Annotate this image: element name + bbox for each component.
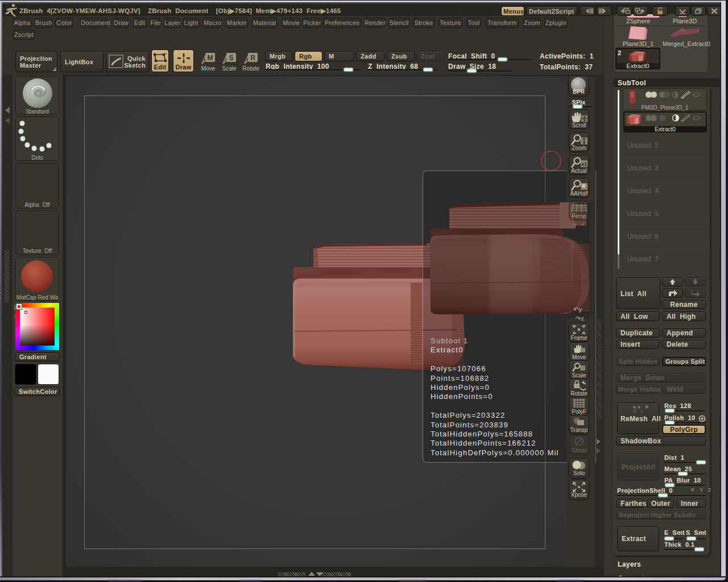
svg-text:R: R: [250, 54, 255, 62]
svg-text:x1: x1: [581, 161, 587, 167]
svg-text:M: M: [208, 54, 213, 62]
svg-text:S: S: [229, 54, 233, 62]
